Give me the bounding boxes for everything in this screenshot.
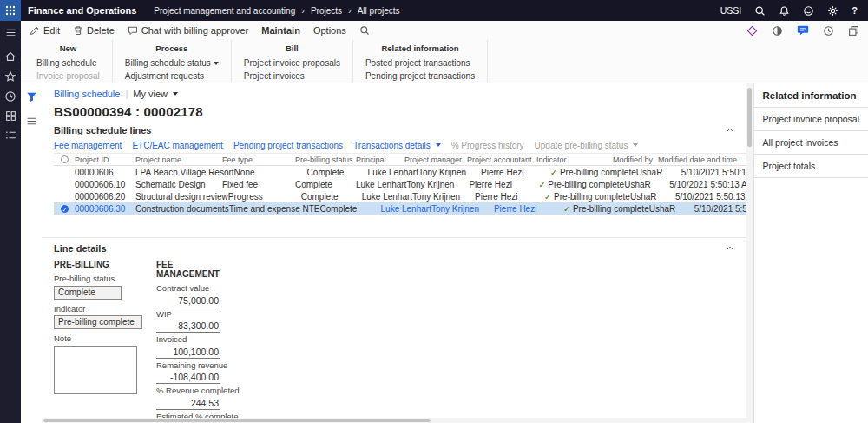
fee-field-value[interactable]: -108,400.00 [156, 372, 220, 384]
grid-header-cell[interactable]: Indicator [536, 155, 613, 164]
edit-button[interactable]: Edit [30, 25, 60, 36]
fee-field-value[interactable]: 75,000.00 [156, 295, 220, 307]
related-info-link[interactable]: All project invoices [754, 131, 868, 155]
recent-clock-icon[interactable] [4, 90, 16, 102]
feedback-smiley-icon[interactable] [803, 5, 814, 17]
grid-header-cell[interactable]: Project name [135, 155, 222, 164]
grid-header-cell[interactable]: Modified by [613, 155, 658, 164]
breadcrumb-item[interactable]: Project management and accounting [154, 6, 295, 16]
related-info-link[interactable]: Project invoice proposal [754, 108, 868, 131]
help-icon[interactable]: ? [852, 5, 858, 16]
ribbon-item[interactable]: Billing schedule status [125, 56, 219, 69]
grid-header-cell[interactable]: Fee type [222, 155, 295, 164]
table-row[interactable]: 00000606.10Schematic DesignFixed feeComp… [54, 178, 746, 190]
open-list-pane-icon[interactable] [26, 116, 37, 127]
tab-options[interactable]: Options [313, 25, 346, 36]
cell-project-accountant[interactable]: Pierre Hezi [469, 180, 538, 189]
cell-principal[interactable]: Luke Lenhart [362, 192, 412, 202]
modules-icon[interactable] [5, 129, 16, 141]
ribbon-item[interactable]: Posted project transactions [365, 56, 475, 69]
cell-principal[interactable]: Luke Lenhart [368, 168, 418, 177]
related-info-link[interactable]: Project totals [754, 155, 868, 178]
grid-header-cell[interactable]: Project manager [404, 155, 467, 164]
cell-principal[interactable]: Luke Lenhart [356, 180, 406, 189]
cell-modified-date: 5/10/2021 5:50:13 AM [669, 180, 746, 189]
lines-section-header[interactable]: Billing schedule lines [54, 124, 746, 136]
ribbon-item[interactable]: Project invoice proposals [244, 56, 340, 69]
breadcrumb-item[interactable]: All projects [358, 6, 400, 16]
power-apps-icon[interactable] [746, 25, 758, 36]
billing-schedule-nav-link[interactable]: Billing schedule [54, 89, 120, 99]
contrast-icon[interactable] [772, 25, 783, 36]
ribbon-item[interactable]: Pending project transactions [365, 69, 475, 83]
grid-header-cell[interactable]: Modified date and time [658, 155, 746, 164]
cell-project-id[interactable]: 00000606.30 [75, 204, 135, 214]
grid-header-cell[interactable]: Project ID [75, 155, 135, 164]
favorites-star-icon[interactable] [4, 70, 16, 83]
history-clock-icon[interactable] [823, 25, 834, 36]
grid-toolbar-link[interactable]: Transactions details [353, 141, 441, 150]
cell-principal[interactable]: Luke Lenhart [381, 204, 431, 214]
select-all-cell[interactable] [54, 155, 75, 163]
fee-field-value[interactable]: 83,300.00 [156, 321, 220, 333]
note-input[interactable] [54, 346, 137, 394]
collapse-chevron-icon[interactable] [726, 126, 734, 135]
breadcrumb-item[interactable]: Projects [311, 6, 342, 16]
waffle-icon[interactable] [0, 0, 21, 21]
cell-project-manager[interactable]: Tony Krijnen [431, 204, 494, 214]
cell-project-manager[interactable]: Tony Krijnen [406, 180, 469, 189]
selected-radio-icon[interactable] [61, 205, 69, 213]
grid-header-cell[interactable]: Pre-billing status [295, 155, 356, 164]
tab-maintain[interactable]: Maintain [261, 25, 300, 36]
ribbon-item[interactable]: Project invoices [244, 69, 340, 83]
collapse-chevron-icon[interactable] [726, 244, 734, 253]
horizontal-scrollbar[interactable] [42, 418, 746, 423]
notifications-bell-icon[interactable] [779, 5, 790, 17]
menu-icon[interactable] [5, 27, 16, 38]
cell-project-accountant[interactable]: Pierre Hezi [481, 168, 550, 177]
vertical-scrollbar[interactable] [746, 83, 753, 423]
view-selector[interactable]: My view [133, 89, 178, 99]
grid-toolbar-link[interactable]: Pending project transactions [233, 141, 343, 150]
grid-toolbar-link[interactable]: Fee management [54, 141, 122, 150]
app-title[interactable]: Finance and Operations [28, 5, 136, 16]
radio-icon[interactable] [61, 155, 69, 163]
cell-project-accountant[interactable]: Pierre Hezi [494, 204, 563, 214]
pre-billing-status-input[interactable]: Complete [54, 286, 122, 300]
cell-project-manager[interactable]: Tony Krijnen [412, 192, 475, 202]
cell-project-accountant[interactable]: Pierre Hezi [475, 192, 544, 202]
table-row[interactable]: 00000606.30Construction documentsTime an… [54, 202, 746, 215]
ribbon-item[interactable]: Adjustment requests [125, 69, 219, 83]
grid-toolbar-link[interactable]: ETC/EAC management [132, 141, 223, 150]
cell-fee-type: None [234, 168, 307, 177]
search-icon[interactable] [754, 5, 766, 17]
grid-header-cell[interactable]: Project accountant [467, 155, 536, 164]
line-details-header[interactable]: Line details [54, 242, 746, 254]
workspaces-icon[interactable] [5, 110, 16, 122]
horizontal-scrollbar-thumb[interactable] [43, 419, 431, 422]
grid-header-cell[interactable]: Principal [356, 155, 404, 164]
delete-button[interactable]: Delete [73, 25, 115, 36]
cell-project-id[interactable]: 00000606 [75, 168, 135, 177]
indicator-input[interactable]: Pre-billing complete [54, 315, 142, 329]
vertical-scrollbar-thumb[interactable] [747, 88, 752, 147]
popout-icon[interactable] [848, 25, 859, 36]
cell-project-id[interactable]: 00000606.20 [75, 192, 135, 202]
environment-label: USSI [720, 5, 742, 16]
chat-with-billing-approver-button[interactable]: Chat with billing approver [128, 25, 249, 36]
table-row[interactable]: 00000606.20Structural design reviewProgr… [54, 190, 746, 202]
row-select-cell[interactable] [54, 205, 75, 213]
fee-field-value[interactable]: 100,100.00 [156, 347, 220, 359]
settings-gear-icon[interactable] [827, 5, 838, 17]
cell-project-name: LPA Beach Village Resort [135, 168, 234, 177]
fee-field-label: Contract value [156, 284, 222, 294]
table-row[interactable]: 00000606LPA Beach Village ResortNoneComp… [54, 166, 746, 178]
action-pane-search-icon[interactable] [359, 25, 370, 36]
cell-project-manager[interactable]: Tony Krijnen [418, 168, 481, 177]
home-icon[interactable] [4, 50, 16, 63]
ribbon-item[interactable]: Billing schedule [36, 56, 100, 69]
chat-bubble-icon[interactable] [797, 24, 809, 36]
filter-funnel-icon[interactable] [26, 91, 37, 102]
fee-field-value[interactable]: 244.53 [156, 398, 220, 410]
cell-project-id[interactable]: 00000606.10 [75, 180, 135, 189]
